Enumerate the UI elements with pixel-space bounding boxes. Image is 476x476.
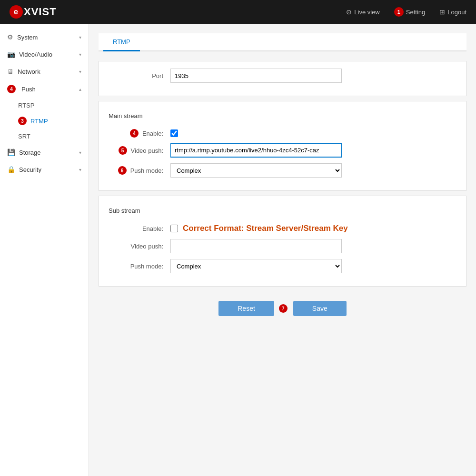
badge-5: 5 <box>119 146 127 155</box>
logo-e: e <box>10 5 23 19</box>
main-push-mode-row: 6 Push mode: Complex Simple Custom <box>109 163 456 178</box>
storage-icon: 💾 <box>7 149 15 156</box>
tab-rtmp[interactable]: RTMP <box>103 33 140 51</box>
badge-4: 4 <box>130 129 139 138</box>
logout-icon: ⊞ <box>439 8 445 16</box>
network-chevron: ▾ <box>79 69 81 74</box>
sub-video-push-input[interactable] <box>170 239 342 253</box>
sidebar-item-video-audio[interactable]: 📷 Video/Audio ▾ <box>0 46 89 63</box>
security-chevron: ▾ <box>79 167 81 172</box>
sub-video-push-row: Video push: <box>109 239 456 253</box>
sub-enable-label: Enable: <box>109 225 170 232</box>
main-enable-label: 4 Enable: <box>109 129 170 138</box>
annotation-text: Correct Format: Stream Server/Stream Key <box>183 224 348 233</box>
sub-push-mode-row: Push mode: Complex Simple Custom <box>109 259 456 273</box>
main-video-push-row: 5 Video push: <box>109 143 456 158</box>
port-panel: Port <box>99 61 466 96</box>
main-video-push-input[interactable] <box>170 143 342 158</box>
live-view-icon: ⊙ <box>346 8 352 16</box>
logo: e XVIST <box>10 5 57 19</box>
main-enable-checkbox[interactable] <box>170 129 178 137</box>
video-audio-icon: 📷 <box>7 50 15 58</box>
reset-button[interactable]: Reset <box>218 301 274 316</box>
logout-nav[interactable]: ⊞ Logout <box>439 8 466 16</box>
security-icon: 🔒 <box>7 166 15 173</box>
push-chevron: ▴ <box>79 87 81 92</box>
main-layout: ⚙ System ▾ 📷 Video/Audio ▾ 🖥 Network ▾ 4… <box>0 24 476 476</box>
port-label: Port <box>109 72 170 79</box>
sidebar-sub-rtmp[interactable]: 3 RTMP <box>0 113 89 129</box>
system-icon: ⚙ <box>7 33 13 41</box>
sidebar-item-system[interactable]: ⚙ System ▾ <box>0 29 89 46</box>
sidebar-item-push[interactable]: 4 Push ▴ <box>0 80 89 98</box>
system-chevron: ▾ <box>79 35 81 40</box>
nav-right: ⊙ Live view 1 Setting ⊞ Logout <box>346 7 466 17</box>
button-row: Reset 7 Save <box>99 301 466 316</box>
sub-stream-panel: Sub stream Enable: Correct Format: Strea… <box>99 196 466 287</box>
setting-nav[interactable]: 1 Setting <box>394 7 425 17</box>
storage-chevron: ▾ <box>79 150 81 155</box>
sub-push-mode-select[interactable]: Complex Simple Custom <box>170 259 342 273</box>
sidebar-item-storage[interactable]: 💾 Storage ▾ <box>0 144 89 161</box>
main-stream-panel: Main stream 4 Enable: 5 Video push: 6 P <box>99 101 466 191</box>
sub-video-push-label: Video push: <box>109 243 170 250</box>
sidebar-sub-rtsp[interactable]: RTSP <box>0 98 89 113</box>
tab-bar: RTMP <box>99 33 466 51</box>
main-enable-row: 4 Enable: <box>109 129 456 138</box>
save-button[interactable]: Save <box>293 301 347 316</box>
port-input[interactable] <box>170 69 342 83</box>
live-view-nav[interactable]: ⊙ Live view <box>346 8 379 16</box>
push-badge: 4 <box>7 85 16 93</box>
sidebar-item-network[interactable]: 🖥 Network ▾ <box>0 63 89 80</box>
top-navigation: e XVIST ⊙ Live view 1 Setting ⊞ Logout <box>0 0 476 24</box>
port-row: Port <box>109 69 456 83</box>
rtmp-badge: 3 <box>18 117 27 125</box>
main-push-mode-select[interactable]: Complex Simple Custom <box>170 163 342 178</box>
sub-enable-row: Enable: Correct Format: Stream Server/St… <box>109 224 456 233</box>
network-icon: 🖥 <box>7 68 14 75</box>
sub-enable-checkbox[interactable] <box>170 225 178 232</box>
sub-stream-title: Sub stream <box>109 203 456 218</box>
badge-7: 7 <box>279 304 288 313</box>
sidebar-sub-srt[interactable]: SRT <box>0 129 89 144</box>
sidebar-item-security[interactable]: 🔒 Security ▾ <box>0 161 89 178</box>
main-content: RTMP Port Main stream 4 Enable: 5 <box>89 24 476 476</box>
video-audio-chevron: ▾ <box>79 52 81 57</box>
sub-push-mode-label: Push mode: <box>109 263 170 270</box>
sidebar: ⚙ System ▾ 📷 Video/Audio ▾ 🖥 Network ▾ 4… <box>0 24 89 476</box>
main-push-mode-label: 6 Push mode: <box>109 166 170 175</box>
badge-6: 6 <box>118 166 127 175</box>
main-stream-title: Main stream <box>109 109 456 123</box>
main-video-push-label: 5 Video push: <box>109 146 170 155</box>
